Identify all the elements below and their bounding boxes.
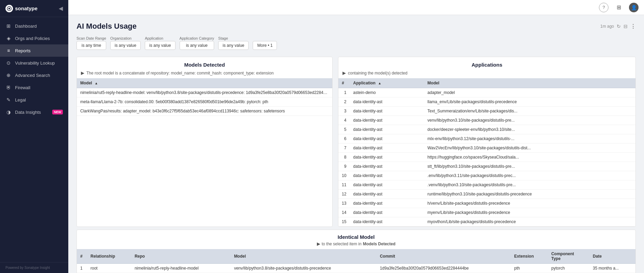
logo-icon	[5, 5, 13, 12]
filter-org-label: Organization	[110, 36, 141, 40]
extension-cell: pth	[511, 264, 548, 273]
model-cell: meta-llama/Llama-2-7b: consolidated.00: …	[77, 97, 332, 107]
models-detected-table: Model ▲ nimelinia/rut5-reply-headline-mo…	[77, 78, 332, 116]
user-icon-button[interactable]: 👤	[629, 3, 639, 12]
table-row[interactable]: 3data-identity-astText_Summeraization/en…	[338, 107, 635, 116]
table-row[interactable]: 15data-identity-astmyovthon/Lib/site-pac…	[338, 217, 635, 227]
table-row[interactable]: 9data-identity-aststt_ft/lib/python3.10/…	[338, 162, 635, 171]
identical-repo-col-header[interactable]: Repo	[131, 249, 230, 264]
sidebar-item-advanced-search[interactable]: ⊕ Advanced Search	[0, 69, 68, 81]
filter-app-cat-button[interactable]: is any value	[180, 41, 214, 50]
main-content: AI Models Usage 1m ago ↻ ⊟ ⋮ Scan Date R…	[68, 15, 644, 273]
table-row[interactable]: 2data-identity-astllama_env/Lib/site-pac…	[338, 97, 635, 107]
sidebar-item-orgs-policies[interactable]: ◈ Orgs and Policies	[0, 32, 68, 44]
svg-point-1	[9, 8, 10, 9]
page-header: AI Models Usage 1m ago ↻ ⊟ ⋮	[76, 22, 636, 31]
dashboard-icon: ⊞	[5, 23, 12, 29]
help-icon-button[interactable]: ?	[599, 3, 608, 12]
table-row[interactable]: 7data-identity-astWav2VecEnv/lib/python3…	[338, 144, 635, 153]
sidebar-item-firewall[interactable]: ⛨ Firewall	[0, 81, 68, 94]
row-num-cell: 3	[338, 107, 350, 116]
table-row[interactable]: 1astein-demoadapter_model	[338, 88, 635, 97]
applications-table: # Application ▲ Model 1astein-demoadapte…	[338, 78, 635, 227]
identical-relationship-col-header[interactable]: Relationship	[87, 249, 131, 264]
table-row[interactable]: 5data-identity-astdocker/deezer-spleeter…	[338, 125, 635, 134]
table-row[interactable]: nimelinia/rut5-reply-headline-model: ven…	[77, 88, 332, 97]
filter-icon[interactable]: ⊟	[624, 24, 628, 29]
sidebar-footer: Powered by Sonatype Insight	[0, 262, 68, 273]
collapse-button[interactable]: ◀	[59, 5, 63, 12]
application-cell: data-identity-ast	[350, 199, 424, 208]
row-num-cell: 1	[338, 88, 350, 97]
table-row[interactable]: 8data-identity-asthttps://huggingface.co…	[338, 153, 635, 162]
table-row[interactable]: meta-llama/Llama-2-7b: consolidated.00: …	[77, 97, 332, 107]
table-row[interactable]: 13data-identity-asth/venv/Lib/site-packa…	[338, 199, 635, 208]
filter-stage-button[interactable]: is any value	[218, 41, 249, 50]
identical-expand-button[interactable]: ▶	[317, 241, 320, 246]
num-cell: 1	[77, 264, 87, 273]
more-options-icon[interactable]: ⋮	[630, 23, 636, 30]
app-application-column-header[interactable]: Application ▲	[350, 78, 424, 88]
legal-icon: ✎	[5, 97, 12, 103]
identical-model-col-header[interactable]: Model	[230, 249, 376, 264]
application-cell: data-identity-ast	[350, 107, 424, 116]
identical-model-panel: Identical Model ▶ to the selected item i…	[76, 230, 636, 273]
row-num-cell: 2	[338, 97, 350, 107]
model-cell: nimelinia/rut5-reply-headline-model: ven…	[77, 88, 332, 97]
filter-stage-label: Stage	[218, 36, 249, 40]
sidebar-item-label: Orgs and Policies	[15, 36, 50, 41]
table-row[interactable]: 6data-identity-astmlx-env/lib/python3.12…	[338, 134, 635, 144]
sidebar-item-label: Reports	[15, 48, 31, 53]
identical-date-col-header[interactable]: Date	[589, 249, 635, 264]
filter-org-button[interactable]: is any value	[110, 41, 141, 50]
application-cell: data-identity-ast	[350, 162, 424, 171]
sidebar-item-label: Dashboard	[15, 24, 37, 29]
sidebar-item-dashboard[interactable]: ⊞ Dashboard	[0, 20, 68, 32]
identical-extension-col-header[interactable]: Extension	[511, 249, 548, 264]
filter-app-button[interactable]: is any value	[145, 41, 175, 50]
row-num-cell: 8	[338, 153, 350, 162]
app-num-column-header[interactable]: #	[338, 78, 350, 88]
row-num-cell: 15	[338, 217, 350, 227]
applications-title: Applications	[342, 62, 631, 68]
sidebar-logo-area: sonatype ◀	[0, 0, 68, 17]
models-expand-button[interactable]: ▶	[81, 70, 84, 76]
app-model-column-header[interactable]: Model	[424, 78, 635, 88]
identical-component-type-col-header[interactable]: ComponentType	[548, 249, 589, 264]
application-cell: data-identity-ast	[350, 180, 424, 190]
logo: sonatype	[5, 5, 38, 12]
sidebar-nav: ⊞ Dashboard ◈ Orgs and Policies ≡ Report…	[0, 17, 68, 262]
application-cell: data-identity-ast	[350, 97, 424, 107]
applications-table-header-row: # Application ▲ Model	[338, 78, 635, 88]
date-cell: 35 months a...	[589, 264, 635, 273]
sidebar-item-legal[interactable]: ✎ Legal	[0, 94, 68, 106]
filter-more-button[interactable]: More • 1	[253, 41, 277, 50]
table-row[interactable]: 12data-identity-astruntime/lib/python3.1…	[338, 190, 635, 199]
sidebar-item-reports[interactable]: ≡ Reports	[0, 44, 68, 57]
table-row[interactable]: 14data-identity-astmyenv/Lib/site-packag…	[338, 208, 635, 217]
table-row[interactable]: ClarkWangPas/results: adapter_model: b43…	[77, 107, 332, 116]
data-insights-icon: ◑	[5, 109, 12, 115]
sidebar-item-vulnerability-lookup[interactable]: ⊙ Vulnerability Lookup	[0, 57, 68, 69]
applications-panel: Applications ▶ containing the model(s) d…	[338, 57, 636, 227]
row-num-cell: 13	[338, 199, 350, 208]
new-badge: NEW	[52, 110, 63, 114]
table-row[interactable]: 10data-identity-ast.env/lib/python3.11/s…	[338, 171, 635, 180]
filter-application: Application is any value	[145, 36, 175, 50]
applications-expand-button[interactable]: ▶	[342, 70, 346, 76]
sidebar-item-data-insights[interactable]: ◑ Data Insights NEW	[0, 106, 68, 118]
table-row[interactable]: 11data-identity-ast.venv/lib/python3.10/…	[338, 180, 635, 190]
filter-scan-date-button[interactable]: is any time	[76, 41, 106, 50]
page-title: AI Models Usage	[76, 22, 137, 31]
row-num-cell: 6	[338, 134, 350, 144]
model-column-header[interactable]: Model ▲	[77, 78, 332, 88]
refresh-icon[interactable]: ↻	[617, 24, 621, 29]
table-row[interactable]: 4data-identity-astvenv/lib/python3.10/si…	[338, 116, 635, 125]
models-detected-header: Models Detected	[77, 57, 332, 69]
apps-icon-button[interactable]: ⊞	[614, 3, 624, 12]
application-cell: data-identity-ast	[350, 153, 424, 162]
application-cell: data-identity-ast	[350, 125, 424, 134]
table-row[interactable]: 1rootnimelinia/rut5-reply-headline-model…	[77, 264, 635, 273]
identical-num-col-header[interactable]: #	[77, 249, 87, 264]
identical-commit-col-header[interactable]: Commit	[376, 249, 510, 264]
